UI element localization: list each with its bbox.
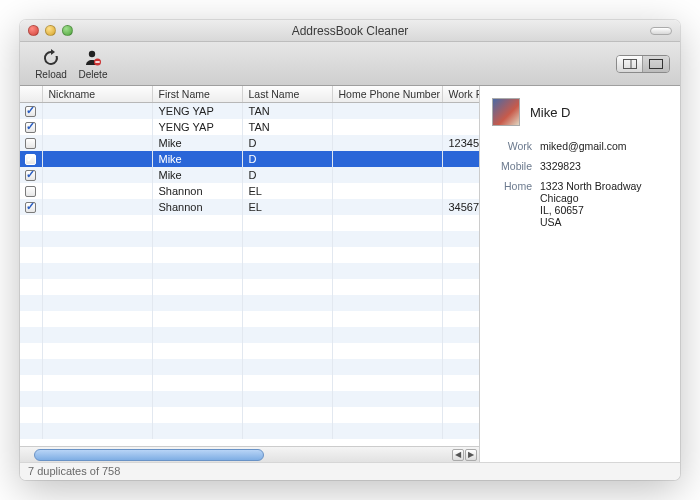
table-row[interactable] bbox=[20, 295, 479, 311]
avatar bbox=[492, 98, 520, 126]
table-row[interactable]: MikeD12345 bbox=[20, 135, 479, 151]
table-row[interactable]: MikeD bbox=[20, 151, 479, 167]
table-row[interactable] bbox=[20, 375, 479, 391]
detail-field: Workmiked@gmail.com bbox=[492, 140, 668, 152]
table-row[interactable] bbox=[20, 215, 479, 231]
table-row[interactable] bbox=[20, 311, 479, 327]
table-row[interactable] bbox=[20, 327, 479, 343]
table-row[interactable]: ShannonEL bbox=[20, 183, 479, 199]
svg-point-0 bbox=[89, 51, 95, 57]
col-workphone[interactable]: Work Ph bbox=[442, 86, 479, 103]
detail-pane: Mike D Workmiked@gmail.comMobile3329823H… bbox=[480, 86, 680, 462]
col-nickname[interactable]: Nickname bbox=[42, 86, 152, 103]
table-row[interactable]: ShannonEL34567 bbox=[20, 199, 479, 215]
svg-rect-2 bbox=[95, 61, 99, 63]
content-body: Nickname First Name Last Name Home Phone… bbox=[20, 86, 680, 462]
col-check[interactable] bbox=[20, 86, 42, 103]
detail-field: Mobile3329823 bbox=[492, 160, 668, 172]
detail-header: Mike D bbox=[492, 98, 668, 126]
detail-field-value: 1323 North Broadway Chicago IL, 60657 US… bbox=[540, 180, 668, 228]
table-row[interactable] bbox=[20, 423, 479, 439]
reload-button[interactable]: Reload bbox=[30, 47, 72, 80]
col-lastname[interactable]: Last Name bbox=[242, 86, 332, 103]
svg-rect-3 bbox=[623, 59, 636, 68]
traffic-lights bbox=[20, 25, 73, 36]
row-checkbox[interactable] bbox=[25, 202, 36, 213]
row-checkbox[interactable] bbox=[25, 186, 36, 197]
table-row[interactable] bbox=[20, 407, 479, 423]
delete-button[interactable]: Delete bbox=[72, 47, 114, 80]
svg-rect-5 bbox=[650, 59, 663, 68]
toolbar-pill-icon[interactable] bbox=[650, 27, 672, 35]
row-checkbox[interactable] bbox=[25, 106, 36, 117]
delete-user-icon bbox=[82, 47, 104, 69]
col-firstname[interactable]: First Name bbox=[152, 86, 242, 103]
horizontal-scrollbar[interactable]: ◀ ▶ bbox=[20, 446, 479, 462]
titlebar[interactable]: AddressBook Cleaner bbox=[20, 20, 680, 42]
window-title: AddressBook Cleaner bbox=[20, 24, 680, 38]
zoom-icon[interactable] bbox=[62, 25, 73, 36]
app-window: AddressBook Cleaner Reload Delete bbox=[20, 20, 680, 480]
contacts-table: Nickname First Name Last Name Home Phone… bbox=[20, 86, 479, 439]
table-row[interactable] bbox=[20, 263, 479, 279]
table-row[interactable] bbox=[20, 359, 479, 375]
row-checkbox[interactable] bbox=[25, 154, 36, 165]
detail-contact-name: Mike D bbox=[530, 105, 570, 120]
detail-field-label: Home bbox=[492, 180, 540, 228]
table-pane: Nickname First Name Last Name Home Phone… bbox=[20, 86, 480, 462]
view-mode-single-icon[interactable] bbox=[643, 56, 669, 72]
row-checkbox[interactable] bbox=[25, 122, 36, 133]
table-header-row: Nickname First Name Last Name Home Phone… bbox=[20, 86, 479, 103]
scrollbar-thumb[interactable] bbox=[34, 449, 264, 461]
table-row[interactable]: YENG YAPTAN bbox=[20, 119, 479, 135]
close-icon[interactable] bbox=[28, 25, 39, 36]
toolbar: Reload Delete bbox=[20, 42, 680, 86]
detail-field-label: Mobile bbox=[492, 160, 540, 172]
detail-field-value: miked@gmail.com bbox=[540, 140, 668, 152]
view-mode-segmented[interactable] bbox=[616, 55, 670, 73]
detail-field-value: 3329823 bbox=[540, 160, 668, 172]
detail-field-label: Work bbox=[492, 140, 540, 152]
view-mode-split-icon[interactable] bbox=[617, 56, 643, 72]
reload-label: Reload bbox=[35, 69, 67, 80]
reload-icon bbox=[40, 47, 62, 69]
table-row[interactable] bbox=[20, 231, 479, 247]
detail-field: Home1323 North Broadway Chicago IL, 6065… bbox=[492, 180, 668, 228]
delete-label: Delete bbox=[79, 69, 108, 80]
table-row[interactable] bbox=[20, 247, 479, 263]
table-row[interactable]: MikeD bbox=[20, 167, 479, 183]
minimize-icon[interactable] bbox=[45, 25, 56, 36]
scroll-left-icon[interactable]: ◀ bbox=[452, 449, 464, 461]
table-row[interactable] bbox=[20, 343, 479, 359]
table-row[interactable] bbox=[20, 391, 479, 407]
table-row[interactable] bbox=[20, 279, 479, 295]
row-checkbox[interactable] bbox=[25, 138, 36, 149]
scroll-right-icon[interactable]: ▶ bbox=[465, 449, 477, 461]
row-checkbox[interactable] bbox=[25, 170, 36, 181]
status-bar: 7 duplicates of 758 bbox=[20, 462, 680, 480]
table-row[interactable]: YENG YAPTAN bbox=[20, 103, 479, 119]
contacts-table-wrap[interactable]: Nickname First Name Last Name Home Phone… bbox=[20, 86, 479, 446]
col-homephone[interactable]: Home Phone Number bbox=[332, 86, 442, 103]
